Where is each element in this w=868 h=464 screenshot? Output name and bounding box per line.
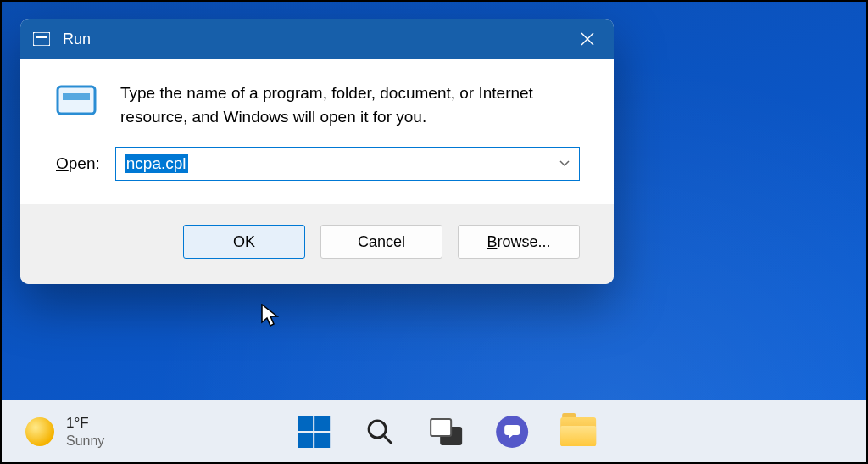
weather-widget[interactable]: 1°F Sunny bbox=[25, 415, 104, 449]
windows-logo-icon bbox=[298, 416, 330, 448]
weather-temperature: 1°F bbox=[66, 415, 104, 432]
run-titlebar-icon bbox=[32, 30, 51, 48]
svg-rect-0 bbox=[33, 32, 50, 46]
taskbar: 1°F Sunny bbox=[0, 400, 868, 464]
task-view-icon bbox=[430, 418, 462, 445]
svg-line-8 bbox=[384, 436, 392, 444]
search-button[interactable] bbox=[362, 414, 398, 450]
weather-condition: Sunny bbox=[66, 433, 104, 449]
weather-text: 1°F Sunny bbox=[66, 415, 104, 449]
open-input-value[interactable]: ncpa.cpl bbox=[125, 154, 188, 173]
chevron-down-icon[interactable] bbox=[559, 156, 570, 171]
button-row: OK Cancel Browse... bbox=[20, 204, 614, 284]
run-dialog: Run Type the name of a program, folder, … bbox=[20, 19, 614, 284]
run-icon bbox=[56, 81, 97, 128]
svg-rect-5 bbox=[63, 93, 90, 100]
svg-rect-1 bbox=[36, 36, 47, 38]
cancel-button[interactable]: Cancel bbox=[320, 225, 442, 259]
chat-icon bbox=[496, 416, 528, 448]
browse-button[interactable]: Browse... bbox=[458, 225, 580, 259]
open-label: Open: bbox=[56, 154, 100, 173]
weather-sunny-icon bbox=[25, 417, 54, 446]
chat-button[interactable] bbox=[494, 414, 530, 450]
svg-rect-9 bbox=[504, 425, 520, 435]
dialog-body: Type the name of a program, folder, docu… bbox=[20, 59, 614, 143]
task-view-button[interactable] bbox=[428, 414, 464, 450]
close-button[interactable] bbox=[568, 19, 607, 59]
folder-icon bbox=[560, 417, 596, 446]
taskbar-center bbox=[296, 414, 596, 450]
file-explorer-button[interactable] bbox=[560, 414, 596, 450]
dialog-description: Type the name of a program, folder, docu… bbox=[120, 81, 580, 128]
start-button[interactable] bbox=[296, 414, 331, 450]
svg-point-7 bbox=[369, 421, 386, 438]
dialog-title: Run bbox=[63, 31, 91, 48]
open-row: Open: ncpa.cpl bbox=[20, 143, 614, 204]
titlebar[interactable]: Run bbox=[20, 19, 614, 59]
open-combobox[interactable]: ncpa.cpl bbox=[115, 147, 580, 181]
ok-button[interactable]: OK bbox=[183, 225, 305, 259]
